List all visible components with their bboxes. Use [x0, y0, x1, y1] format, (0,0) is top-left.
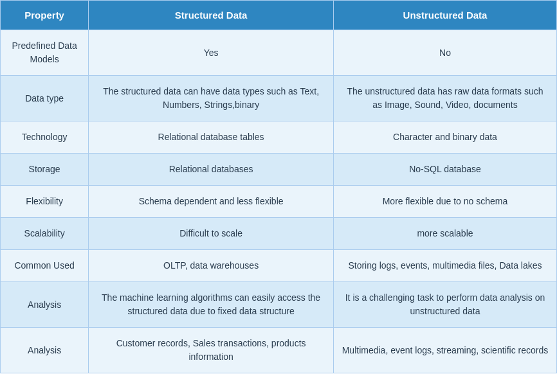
table-row: AnalysisCustomer records, Sales transact…	[1, 328, 557, 373]
cell-unstructured: Storing logs, events, multimedia files, …	[333, 250, 556, 282]
cell-structured: Yes	[89, 30, 334, 76]
cell-property: Technology	[1, 121, 89, 154]
table-row: StorageRelational databasesNo-SQL databa…	[1, 154, 557, 186]
cell-unstructured: More flexible due to no schema	[333, 186, 556, 218]
cell-structured: The structured data can have data types …	[89, 76, 334, 121]
table-row: Data typeThe structured data can have da…	[1, 76, 557, 121]
table-row: ScalabilityDifficult to scalemore scalab…	[1, 218, 557, 250]
cell-unstructured: Multimedia, event logs, streaming, scien…	[333, 328, 556, 373]
cell-property: Storage	[1, 154, 89, 186]
cell-property: Scalability	[1, 218, 89, 250]
cell-structured: Difficult to scale	[89, 218, 334, 250]
header-property: Property	[1, 1, 89, 30]
cell-unstructured: Character and binary data	[333, 121, 556, 154]
cell-structured: Relational databases	[89, 154, 334, 186]
header-unstructured: Unstructured Data	[333, 1, 556, 30]
cell-property: Analysis	[1, 282, 89, 328]
cell-structured: Customer records, Sales transactions, pr…	[89, 328, 334, 373]
cell-property: Predefined Data Models	[1, 30, 89, 76]
cell-unstructured: No-SQL database	[333, 154, 556, 186]
table-row: AnalysisThe machine learning algorithms …	[1, 282, 557, 328]
cell-property: Analysis	[1, 328, 89, 373]
table-row: Predefined Data ModelsYesNo	[1, 30, 557, 76]
cell-unstructured: It is a challenging task to perform data…	[333, 282, 556, 328]
cell-structured: The machine learning algorithms can easi…	[89, 282, 334, 328]
header-structured: Structured Data	[89, 1, 334, 30]
table-row: TechnologyRelational database tablesChar…	[1, 121, 557, 154]
cell-unstructured: The unstructured data has raw data forma…	[333, 76, 556, 121]
cell-property: Data type	[1, 76, 89, 121]
comparison-table: Property Structured Data Unstructured Da…	[0, 0, 557, 373]
cell-unstructured: No	[333, 30, 556, 76]
table-row: FlexibilitySchema dependent and less fle…	[1, 186, 557, 218]
cell-unstructured: more scalable	[333, 218, 556, 250]
table-row: Common UsedOLTP, data warehousesStoring …	[1, 250, 557, 282]
cell-property: Common Used	[1, 250, 89, 282]
cell-structured: Schema dependent and less flexible	[89, 186, 334, 218]
cell-property: Flexibility	[1, 186, 89, 218]
cell-structured: OLTP, data warehouses	[89, 250, 334, 282]
cell-structured: Relational database tables	[89, 121, 334, 154]
